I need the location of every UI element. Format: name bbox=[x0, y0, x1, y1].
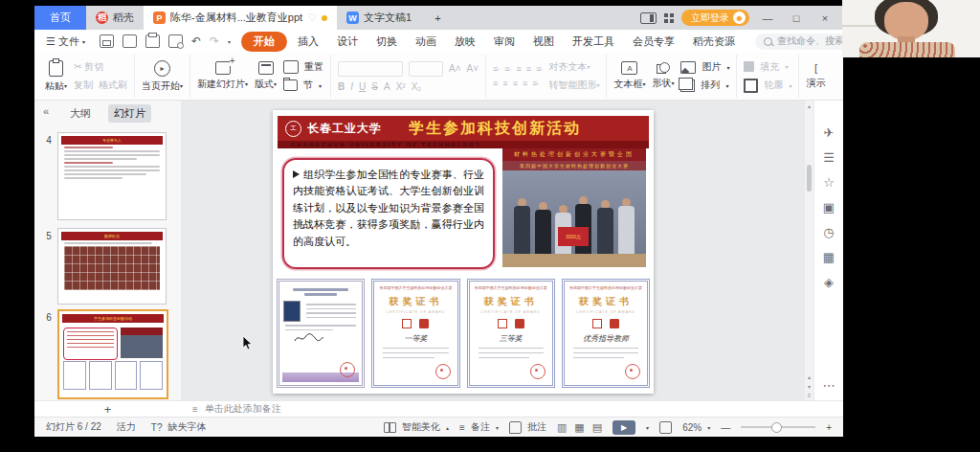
print-preview-icon[interactable] bbox=[168, 34, 183, 48]
tab-document[interactable]: W 文字文稿1 bbox=[337, 6, 421, 30]
paste-button[interactable]: 粘贴▾ bbox=[45, 60, 67, 93]
scrollbar-thumb[interactable] bbox=[807, 165, 812, 192]
subscript-button[interactable]: X₂ bbox=[412, 81, 422, 92]
italic-button[interactable]: I bbox=[350, 81, 353, 92]
close-button[interactable]: × bbox=[814, 12, 835, 24]
file-menu[interactable]: ☰ 文件 ▾ bbox=[42, 33, 89, 51]
bold-button[interactable]: B bbox=[338, 81, 345, 92]
font-color-button[interactable]: A bbox=[384, 81, 390, 92]
minimize-button[interactable]: — bbox=[757, 12, 778, 24]
justify-icon[interactable]: ≡ bbox=[523, 79, 526, 88]
ribbon-tab-slideshow[interactable]: 放映 bbox=[447, 33, 483, 51]
new-slide-button[interactable]: 新建幻灯片▾ bbox=[197, 61, 248, 91]
cut-button[interactable]: ✂ 剪切 bbox=[74, 60, 127, 74]
outline-button[interactable]: 轮廓▾ bbox=[744, 79, 791, 93]
smart-beautify-button[interactable]: 智能美化 ▴ bbox=[384, 420, 449, 434]
theme-name[interactable]: 活力 bbox=[117, 420, 136, 434]
print-icon[interactable] bbox=[145, 34, 160, 48]
ribbon-tab-rice-resources[interactable]: 稻壳资源 bbox=[685, 33, 743, 51]
ribbon-tab-transition[interactable]: 切换 bbox=[368, 33, 405, 51]
bullet-text-box[interactable]: 组织学生参加全国性的专业赛事、行业内技能资格认证考试、大学生创新创业训练计划，以… bbox=[282, 158, 495, 269]
numbering-icon[interactable]: ≡· bbox=[504, 64, 510, 74]
reset-button[interactable]: 重置 bbox=[283, 60, 323, 74]
strikethrough-button[interactable]: S bbox=[371, 81, 378, 92]
tab-rice[interactable]: 稻 稻壳 bbox=[86, 6, 144, 30]
copy-button[interactable]: 复制 bbox=[74, 79, 93, 92]
font-name-dropdown[interactable] bbox=[338, 61, 403, 77]
next-slide-icon[interactable]: ▾ bbox=[808, 383, 811, 390]
design-tool-icon[interactable]: ✈ bbox=[824, 125, 835, 140]
fit-slide-icon[interactable] bbox=[659, 421, 672, 434]
document-area[interactable]: 工 长春工业大学 学生参加科技创新活动 CHANGCHUN UNIVERSITY… bbox=[181, 101, 805, 400]
indent-more-icon[interactable]: ≡ bbox=[526, 64, 530, 74]
toolbar-more-icon[interactable]: ▾ bbox=[228, 38, 231, 45]
ribbon-tab-design[interactable]: 设计 bbox=[329, 33, 366, 51]
normal-view-icon[interactable]: ▥ bbox=[557, 421, 567, 434]
zoom-out-button[interactable]: — bbox=[721, 422, 730, 433]
text-box-button[interactable]: A 文本框▾ bbox=[613, 61, 645, 91]
indent-less-icon[interactable]: ≡ bbox=[517, 64, 521, 74]
present-button[interactable]: [ 演示 bbox=[806, 62, 825, 90]
to-smartart-button[interactable]: 转智能图形▾ bbox=[548, 79, 599, 92]
split-view-icon[interactable] bbox=[640, 12, 657, 24]
export-icon[interactable] bbox=[122, 34, 137, 48]
ribbon-tab-view[interactable]: 视图 bbox=[525, 33, 562, 51]
certificate-first-prize[interactable]: 第四届中国大学生材料热处理创新创业大赛 获奖证书 CERTIFICATE OF … bbox=[371, 279, 459, 388]
prev-slide-icon[interactable]: ▴ bbox=[808, 373, 811, 380]
new-tab-button[interactable]: + bbox=[421, 6, 454, 30]
comments-toggle[interactable]: 批注 bbox=[509, 420, 546, 434]
grow-font-icon[interactable]: A˄ bbox=[449, 63, 461, 74]
slide-thumbnail-6-selected[interactable]: 学生参加科技创新活动 bbox=[57, 309, 168, 399]
align-left-icon[interactable]: ≡ bbox=[493, 79, 497, 88]
section-button[interactable]: 节▾ bbox=[283, 79, 323, 92]
tab-home[interactable]: 首页 bbox=[34, 6, 86, 30]
competition-photo[interactable]: 材料热处理创新创业大赛暨全国 第四届中国大学生材料热处理创新创业大赛 3000元 bbox=[502, 148, 646, 267]
shapes-button[interactable]: 形状▾ bbox=[652, 62, 674, 90]
login-button[interactable]: 立即登录 ☻ bbox=[681, 10, 749, 26]
underline-button[interactable]: U bbox=[359, 81, 366, 92]
properties-tool-icon[interactable]: ☰ bbox=[823, 150, 835, 165]
undo-icon[interactable]: ↶ bbox=[191, 34, 201, 48]
vertical-scrollbar[interactable]: ▴ ▴ ▾ ≡ bbox=[805, 101, 813, 400]
save-icon[interactable] bbox=[100, 34, 114, 48]
align-center-icon[interactable]: ≡ bbox=[502, 79, 506, 88]
panels-tool-icon[interactable]: ▣ bbox=[823, 200, 835, 215]
favorite-icon[interactable]: ♡ bbox=[307, 11, 317, 24]
slide-canvas[interactable]: 工 长春工业大学 学生参加科技创新活动 CHANGCHUN UNIVERSITY… bbox=[273, 110, 654, 394]
tab-slides[interactable]: 幻灯片 bbox=[108, 104, 151, 123]
ribbon-tab-devtools[interactable]: 开发工具 bbox=[565, 33, 622, 51]
tab-outline[interactable]: 大纲 bbox=[64, 104, 97, 123]
reading-view-icon[interactable]: ▤ bbox=[592, 421, 602, 434]
notes-bar[interactable]: ≡ 单击此处添加备注 bbox=[181, 402, 843, 416]
maximize-button[interactable]: □ bbox=[786, 12, 807, 24]
play-from-page-button[interactable]: ▸ 当页开始▾ bbox=[142, 60, 183, 93]
redo-icon[interactable]: ↷ bbox=[210, 34, 219, 48]
ribbon-tab-animation[interactable]: 动画 bbox=[408, 33, 444, 51]
workspace-grid-icon[interactable] bbox=[664, 13, 674, 23]
rail-more-icon[interactable]: ⋯ bbox=[823, 378, 835, 393]
scroll-up-icon[interactable]: ▴ bbox=[808, 102, 811, 109]
slideshow-play-button[interactable]: ▶ bbox=[612, 420, 635, 435]
slide-thumbnail-5[interactable]: 教师队伍 bbox=[57, 228, 167, 305]
ribbon-tab-review[interactable]: 审阅 bbox=[486, 33, 523, 51]
bullets-icon[interactable]: ≡· bbox=[493, 64, 499, 74]
slide-thumbnail-4[interactable]: 专业带头人 bbox=[57, 132, 167, 220]
align-text-button[interactable]: 对齐文本▾ bbox=[548, 60, 599, 74]
picture-button[interactable]: 图片▾ bbox=[680, 60, 729, 74]
notes-toggle[interactable]: ≡备注▾ bbox=[459, 420, 499, 434]
arrange-button[interactable]: 排列▾ bbox=[680, 79, 729, 92]
zoom-in-button[interactable]: + bbox=[826, 422, 832, 433]
missing-fonts-warning[interactable]: T? 缺失字体 bbox=[151, 420, 207, 434]
add-slide-button[interactable]: + bbox=[34, 402, 181, 417]
tab-presentation[interactable]: P 陈华-金属材料...业教育业ppt ♡ bbox=[144, 6, 337, 30]
align-right-icon[interactable]: ≡ bbox=[513, 79, 517, 88]
certificate-excellent-advisor[interactable]: 第四届中国大学生材料热处理创新创业大赛 获奖证书 CERTIFICATE OF … bbox=[562, 279, 650, 388]
format-painter-button[interactable]: 格式刷 bbox=[99, 79, 127, 92]
ribbon-tab-insert[interactable]: 插入 bbox=[290, 33, 326, 51]
play-options-icon[interactable]: ▾ bbox=[646, 424, 649, 431]
media-tool-icon[interactable]: ▦ bbox=[823, 250, 835, 264]
fill-button[interactable]: 填充▾ bbox=[744, 60, 791, 74]
scroll-split-icon[interactable]: ≡ bbox=[808, 393, 812, 398]
history-tool-icon[interactable]: ◷ bbox=[823, 225, 834, 239]
sorter-view-icon[interactable]: ▦ bbox=[574, 421, 584, 434]
